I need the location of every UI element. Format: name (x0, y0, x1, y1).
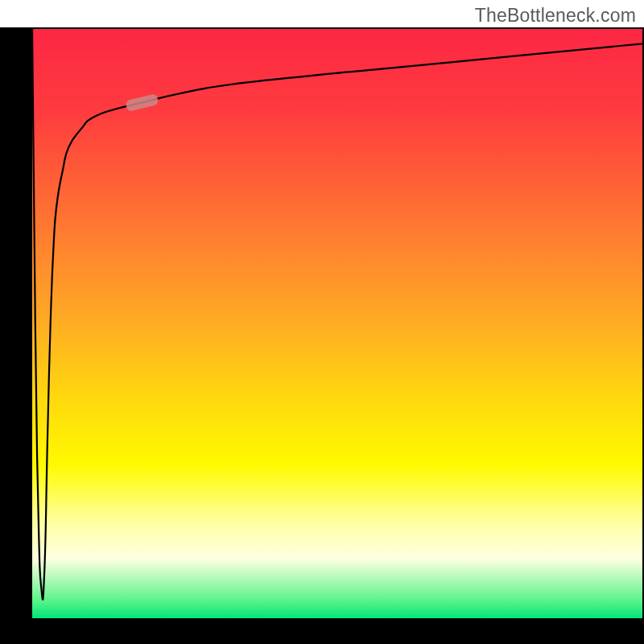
chart-outer (0, 0, 644, 644)
watermark-text: TheBottleneck.com (475, 5, 636, 27)
curve-marker-icon (125, 93, 159, 112)
chart-container: TheBottleneck.com (0, 0, 644, 644)
chart-svg (32, 29, 642, 618)
axis-frame-left (0, 27, 32, 618)
chart-curve (32, 29, 642, 600)
axis-frame-bottom (0, 618, 644, 644)
